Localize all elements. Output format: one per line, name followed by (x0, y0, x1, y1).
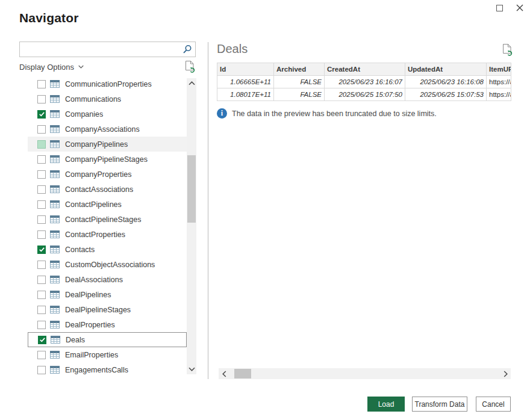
scroll-left-icon[interactable] (219, 368, 229, 379)
tree-item-label: DealProperties (65, 321, 115, 329)
table-icon (51, 336, 60, 344)
table-cell: https://a (487, 76, 511, 88)
table-icon (50, 185, 60, 193)
horizontal-scrollbar-thumb[interactable] (234, 369, 251, 378)
checkbox[interactable] (37, 351, 46, 359)
checkbox[interactable] (37, 200, 46, 209)
scroll-down-icon[interactable] (187, 364, 196, 374)
column-header: CreatedAt (325, 63, 405, 76)
tree-item-ContactProperties[interactable]: ContactProperties (28, 227, 187, 242)
table-icon (50, 80, 60, 88)
tree-scrollbar-thumb[interactable] (187, 155, 196, 223)
dialog-title: Navigator (19, 11, 79, 25)
info-icon: i (217, 108, 227, 119)
search-icon[interactable] (179, 42, 195, 57)
tree-item-ContactPipelineStages[interactable]: ContactPipelineStages (28, 212, 187, 227)
maximize-icon (496, 5, 503, 11)
tree-item-label: CompanyPipelines (65, 140, 128, 149)
tree-item-DealAssociations[interactable]: DealAssociations (28, 272, 187, 287)
table-icon (50, 351, 60, 359)
tree-item-EmailProperties[interactable]: EmailProperties (28, 347, 187, 362)
checkbox[interactable] (37, 95, 46, 103)
tree-item-EngagementsCalls[interactable]: EngagementsCalls (28, 362, 187, 377)
tree-item-CompanyAssociations[interactable]: CompanyAssociations (28, 122, 187, 137)
scroll-up-icon[interactable] (187, 78, 196, 88)
tree-item-Deals[interactable]: Deals (28, 332, 187, 347)
display-options-label: Display Options (19, 63, 74, 72)
checkbox-checked[interactable] (37, 246, 46, 254)
tree-item-Companies[interactable]: Companies (28, 107, 187, 122)
tree-item-DealProperties[interactable]: DealProperties (28, 317, 187, 332)
close-button[interactable] (514, 2, 526, 14)
checkbox[interactable] (37, 140, 46, 149)
tree-item-label: Deals (66, 336, 85, 344)
checkbox[interactable] (37, 80, 46, 88)
checkbox[interactable] (37, 276, 46, 284)
table-icon (50, 321, 60, 329)
table-icon (50, 246, 60, 253)
display-options-dropdown[interactable]: Display Options (19, 61, 84, 72)
checkbox[interactable] (37, 185, 46, 194)
tree-item-Contacts[interactable]: Contacts (28, 242, 187, 257)
checkbox[interactable] (37, 215, 46, 224)
table-cell: https://a (487, 88, 511, 101)
tree-item-label: Companies (65, 110, 103, 119)
table-row: 1.06665E+11FALSE2025/06/23 16:16:072025/… (217, 76, 511, 88)
checkbox[interactable] (37, 125, 46, 134)
tree-item-CompanyPipelines[interactable]: CompanyPipelines (28, 137, 187, 152)
table-icon (50, 95, 60, 103)
tree-item-label: ContactPipelines (65, 200, 122, 209)
tree-item-DealPipelineStages[interactable]: DealPipelineStages (28, 302, 187, 317)
table-cell: 2025/06/25 15:07:53 (405, 88, 487, 101)
search-box[interactable] (19, 42, 196, 57)
checkbox[interactable] (37, 306, 46, 314)
table-tree: CommunicationPropertiesCommunicationsCom… (28, 76, 187, 377)
tree-item-label: EmailProperties (65, 351, 118, 359)
refresh-table-icon[interactable] (502, 43, 513, 57)
checkbox-checked[interactable] (37, 110, 46, 119)
maximize-button[interactable] (495, 4, 505, 13)
tree-item-label: CompanyPipelineStages (65, 155, 148, 164)
chevron-down-icon (78, 65, 84, 69)
table-icon (50, 261, 60, 268)
tree-item-label: ContactAssociations (65, 185, 133, 194)
column-header: ItemURL (487, 63, 511, 76)
cancel-button[interactable]: Cancel (476, 397, 511, 412)
tree-item-CompanyProperties[interactable]: CompanyProperties (28, 167, 187, 182)
table-cell: 1.06665E+11 (217, 76, 274, 88)
refresh-preview-icon[interactable] (184, 60, 196, 73)
table-icon (50, 125, 60, 133)
table-icon (50, 306, 60, 313)
checkbox[interactable] (37, 155, 46, 164)
panel-divider (208, 42, 208, 379)
tree-item-ContactAssociations[interactable]: ContactAssociations (28, 182, 187, 197)
checkbox[interactable] (37, 366, 46, 374)
checkbox[interactable] (37, 170, 46, 179)
tree-scrollbar[interactable] (187, 78, 196, 374)
transform-data-button[interactable]: Transform Data (412, 397, 467, 412)
table-icon (50, 291, 60, 298)
column-header: UpdatedAt (405, 63, 487, 76)
preview-horizontal-scrollbar[interactable] (219, 368, 511, 379)
table-cell: FALSE (274, 88, 325, 101)
table-cell: 2025/06/23 16:16:08 (405, 76, 487, 88)
table-icon (50, 215, 60, 223)
tree-item-CustomObjectAssociations[interactable]: CustomObjectAssociations (28, 257, 187, 272)
tree-item-label: EngagementsCalls (65, 366, 128, 374)
checkbox[interactable] (37, 230, 46, 239)
checkbox[interactable] (37, 261, 46, 269)
tree-item-Communications[interactable]: Communications (28, 91, 187, 107)
tree-item-CompanyPipelineStages[interactable]: CompanyPipelineStages (28, 152, 187, 167)
tree-item-DealPipelines[interactable]: DealPipelines (28, 287, 187, 302)
tree-item-label: CommunicationProperties (65, 80, 152, 88)
checkbox[interactable] (37, 321, 46, 329)
table-icon (50, 200, 60, 208)
scroll-right-icon[interactable] (500, 368, 511, 379)
search-input[interactable] (20, 42, 179, 57)
table-icon (50, 170, 60, 178)
tree-item-CommunicationProperties[interactable]: CommunicationProperties (28, 76, 187, 91)
checkbox[interactable] (37, 291, 46, 299)
tree-item-ContactPipelines[interactable]: ContactPipelines (28, 197, 187, 212)
load-button[interactable]: Load (367, 397, 405, 412)
checkbox-checked[interactable] (38, 336, 46, 344)
